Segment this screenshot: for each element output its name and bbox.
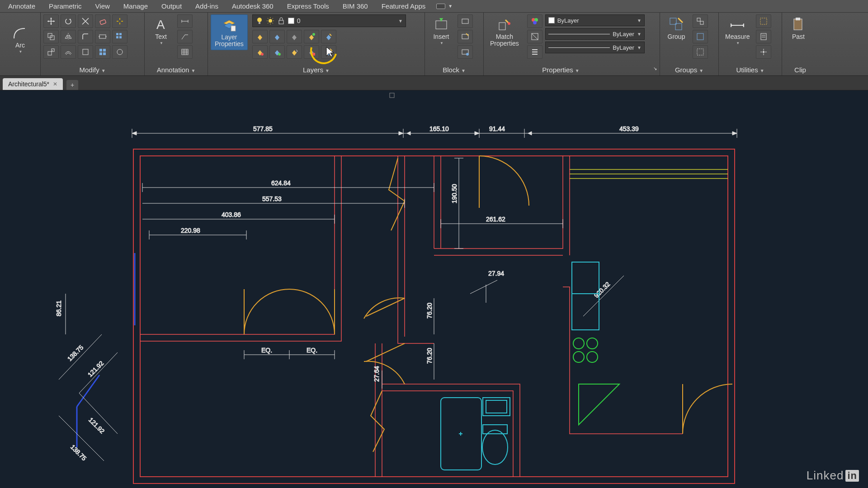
text-button[interactable]: A Text ▼ bbox=[147, 14, 175, 47]
group-edit-button[interactable] bbox=[693, 30, 708, 43]
svg-rect-11 bbox=[83, 49, 88, 55]
list-button[interactable] bbox=[527, 45, 542, 59]
arc-button[interactable]: Arc ▼ bbox=[7, 23, 34, 56]
copy-button[interactable] bbox=[43, 30, 59, 43]
array-button[interactable] bbox=[112, 30, 127, 43]
leader-button[interactable] bbox=[177, 30, 193, 43]
insert-button[interactable]: Insert ▼ bbox=[428, 14, 455, 47]
caret-icon: ▼ bbox=[637, 32, 642, 37]
dimension-button[interactable] bbox=[177, 14, 193, 28]
lineweight-dropdown[interactable]: ByLayer ▼ bbox=[545, 28, 645, 40]
layer-lock-button[interactable] bbox=[287, 30, 302, 43]
menu-express-tools[interactable]: Express Tools bbox=[281, 0, 335, 12]
svg-point-16 bbox=[117, 49, 123, 55]
menu-autodesk360[interactable]: Autodesk 360 bbox=[226, 0, 280, 12]
layer-isolate-button[interactable] bbox=[252, 45, 268, 59]
panel-utilities-title[interactable]: Utilities▼ bbox=[722, 64, 779, 75]
new-tab-button[interactable]: + bbox=[66, 80, 78, 90]
lightbulb-icon bbox=[255, 17, 264, 25]
paste-button[interactable]: Past bbox=[785, 14, 812, 42]
caret-icon: ▼ bbox=[19, 50, 23, 54]
rotate-button[interactable] bbox=[61, 14, 76, 28]
trim-button[interactable] bbox=[78, 14, 93, 28]
drawing-canvas[interactable]: 577.85 165.10 91.44 453.39 bbox=[0, 90, 868, 488]
document-tab-active[interactable]: Architectural5* ✕ bbox=[3, 78, 63, 90]
caret-icon: ▼ bbox=[461, 68, 466, 73]
layer-unisolate-button[interactable] bbox=[269, 45, 285, 59]
select-all-button[interactable] bbox=[756, 14, 771, 28]
quick-calc-button[interactable] bbox=[756, 30, 771, 43]
edit-block-button[interactable] bbox=[458, 30, 473, 43]
point-button[interactable] bbox=[756, 45, 771, 59]
svg-text:27.94: 27.94 bbox=[488, 270, 504, 277]
panel-layers-title[interactable]: Layers▼ bbox=[211, 64, 422, 75]
create-block-button[interactable] bbox=[458, 14, 473, 28]
svg-text:624.84: 624.84 bbox=[271, 179, 291, 187]
mirror-button[interactable] bbox=[61, 30, 76, 43]
modify-more3[interactable] bbox=[112, 45, 127, 59]
explode-button[interactable] bbox=[112, 14, 127, 28]
table-button[interactable] bbox=[177, 45, 193, 59]
move-button[interactable] bbox=[43, 14, 59, 28]
linetype-sample bbox=[548, 47, 610, 48]
ungroup-button[interactable] bbox=[693, 14, 708, 28]
measure-button[interactable]: Measure ▼ bbox=[722, 14, 753, 47]
layer-properties-icon bbox=[221, 17, 237, 33]
layer-off-button[interactable] bbox=[252, 30, 268, 43]
offset-button[interactable] bbox=[61, 45, 76, 59]
caret-icon: ▼ bbox=[160, 41, 163, 45]
layer-match-button[interactable] bbox=[321, 30, 336, 43]
menu-bim360[interactable]: BIM 360 bbox=[336, 0, 374, 12]
panel-groups-title[interactable]: Groups▼ bbox=[663, 64, 716, 75]
panel-layers: Layer Properties 0 ▼ bbox=[208, 13, 425, 75]
fillet-button[interactable] bbox=[78, 30, 93, 43]
group-button[interactable]: Group bbox=[663, 14, 690, 42]
color-dropdown[interactable]: ByLayer ▼ bbox=[545, 14, 645, 26]
layer-change-button[interactable] bbox=[321, 45, 336, 59]
layer-make-current-button[interactable] bbox=[304, 30, 319, 43]
panel-clipboard-title[interactable]: Clip bbox=[785, 64, 816, 75]
menu-manage[interactable]: Manage bbox=[117, 0, 154, 12]
svg-rect-13 bbox=[103, 49, 106, 52]
panel-draw: Arc ▼ bbox=[0, 13, 41, 75]
play-icon[interactable] bbox=[436, 4, 445, 9]
layer-dropdown[interactable]: 0 ▼ bbox=[252, 14, 406, 27]
modify-more1[interactable] bbox=[78, 45, 93, 59]
layer-states-button[interactable] bbox=[304, 45, 319, 59]
menu-output[interactable]: Output bbox=[155, 0, 188, 12]
svg-rect-33 bbox=[499, 23, 505, 30]
text-icon: A bbox=[153, 16, 169, 33]
group-bbox-button[interactable] bbox=[693, 45, 708, 59]
modify-more2[interactable] bbox=[95, 45, 110, 59]
edit-attributes-button[interactable] bbox=[458, 45, 473, 59]
menu-view[interactable]: View bbox=[89, 0, 116, 12]
layer-previous-button[interactable] bbox=[287, 45, 302, 59]
menu-parametric[interactable]: Parametric bbox=[42, 0, 88, 12]
menu-dropdown-icon[interactable]: ▼ bbox=[448, 4, 453, 9]
panel-properties-title[interactable]: Properties▼↘ bbox=[486, 64, 657, 75]
stretch-button[interactable] bbox=[95, 30, 110, 43]
erase-button[interactable] bbox=[95, 14, 110, 28]
utilities-title-label: Utilities bbox=[736, 66, 758, 74]
color-picker-button[interactable] bbox=[527, 14, 542, 28]
caret-icon: ▼ bbox=[699, 68, 703, 73]
layer-freeze-button[interactable] bbox=[269, 30, 285, 43]
layer-properties-button[interactable]: Layer Properties bbox=[211, 14, 248, 50]
menu-annotate[interactable]: Annotate bbox=[2, 0, 42, 12]
linetype-dropdown[interactable]: ByLayer ▼ bbox=[545, 42, 645, 53]
layers-title-label: Layers bbox=[303, 66, 323, 74]
transparency-button[interactable] bbox=[527, 30, 542, 43]
caret-icon: ▼ bbox=[760, 68, 764, 73]
match-properties-button[interactable]: Match Properties bbox=[486, 14, 523, 49]
menu-addins[interactable]: Add-ins bbox=[189, 0, 225, 12]
svg-point-37 bbox=[533, 21, 537, 24]
panel-modify-title[interactable]: Modify▼ bbox=[43, 64, 142, 75]
panel-block-title[interactable]: Block▼ bbox=[428, 64, 481, 75]
watermark: Linked in bbox=[807, 469, 859, 483]
panel-annotation-title[interactable]: Annotation▼ bbox=[147, 64, 205, 75]
panel-clipboard: Past Clip bbox=[782, 13, 818, 75]
scale-button[interactable] bbox=[43, 45, 59, 59]
close-icon[interactable]: ✕ bbox=[53, 81, 57, 87]
menu-featured-apps[interactable]: Featured Apps bbox=[375, 0, 432, 12]
ribbon: Arc ▼ bbox=[0, 13, 868, 76]
